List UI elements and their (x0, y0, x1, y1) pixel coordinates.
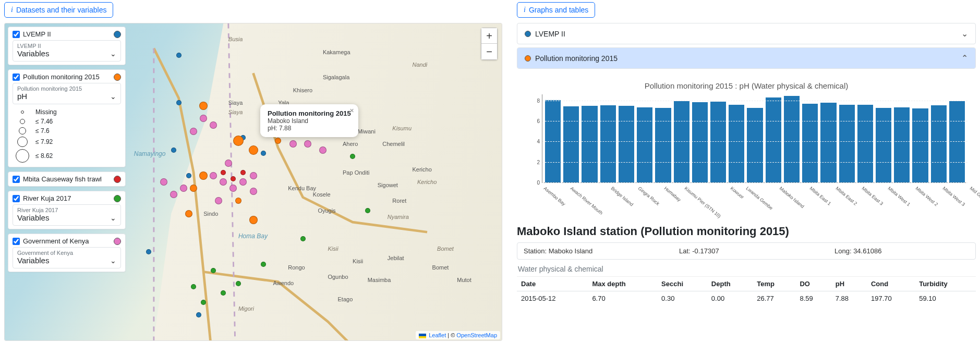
map-data-point[interactable] (220, 178, 227, 186)
graphs-header-button[interactable]: i Graphs and tables (517, 2, 595, 18)
zoom-out-button[interactable]: − (481, 44, 497, 59)
datasets-header-button[interactable]: i Datasets and their variables (4, 2, 113, 18)
chart-bar[interactable] (619, 106, 634, 182)
map-data-point[interactable] (289, 140, 297, 148)
map-data-point[interactable] (190, 128, 197, 135)
table-cell: 8.59 (795, 291, 831, 306)
zoom-in-button[interactable]: + (481, 28, 497, 44)
popup-value: pH: 7.88 (268, 125, 351, 132)
map-data-point[interactable] (319, 146, 326, 154)
map-data-point[interactable] (229, 185, 237, 192)
chart-bar[interactable] (912, 108, 928, 182)
map-data-point[interactable] (365, 208, 370, 213)
chart-bar[interactable] (857, 105, 873, 182)
datasets-sidebar[interactable]: LVEMP II LVEMP II Variables⌄ Pollution m… (8, 27, 128, 276)
map-data-point[interactable] (185, 210, 192, 217)
map-data-point[interactable] (201, 300, 206, 305)
map-data-point[interactable] (190, 185, 197, 192)
accordion-header[interactable]: Pollution monitoring 2015 ⌃ (517, 48, 975, 68)
map-data-point[interactable] (196, 312, 201, 317)
chart-bar[interactable] (876, 108, 891, 182)
map-data-point[interactable] (236, 281, 241, 286)
map-data-point[interactable] (170, 191, 177, 198)
map-data-point[interactable] (239, 178, 247, 186)
osm-link[interactable]: OpenStreetMap (456, 332, 497, 338)
table-cell: 2015-05-12 (517, 291, 588, 306)
datasets-accordion: LVEMP II ⌄ Pollution monitoring 2015 ⌃ (517, 23, 976, 72)
map-data-point[interactable] (250, 172, 257, 179)
chart-bar[interactable] (729, 105, 744, 182)
accordion-header[interactable]: LVEMP II ⌄ (517, 23, 975, 44)
map-data-point[interactable] (199, 102, 208, 110)
chart-bar[interactable] (802, 104, 818, 182)
dataset-color-dot (114, 195, 121, 202)
map-data-point[interactable] (240, 170, 246, 175)
chart-bar[interactable] (692, 102, 708, 182)
map-data-point[interactable] (146, 249, 151, 254)
map-data-point[interactable] (210, 121, 217, 129)
map-place-label: Homa Bay (238, 232, 268, 240)
map-data-point[interactable] (249, 145, 258, 155)
dataset-checkbox[interactable] (13, 176, 20, 183)
chart-bar[interactable] (582, 106, 597, 182)
map-data-point[interactable] (261, 262, 266, 267)
variable-selector[interactable]: River Kuja 2017 Variables⌄ (13, 204, 121, 226)
map-data-point[interactable] (300, 236, 306, 241)
chart-bar[interactable] (931, 105, 947, 182)
zoom-control: + − (481, 28, 498, 60)
chevron-down-icon: ⌄ (110, 214, 116, 222)
map-data-point[interactable] (200, 115, 207, 122)
variable-selector[interactable]: Pollution monitoring 2015 pH⌄ (13, 83, 121, 104)
map-data-point[interactable] (350, 154, 355, 159)
variable-selector[interactable]: Government of Kenya Variables⌄ (13, 247, 121, 268)
map-data-point[interactable] (250, 188, 257, 195)
chart-ytick: 6 (537, 118, 542, 124)
map-data-point[interactable] (171, 148, 176, 153)
map-data-point[interactable] (186, 173, 191, 178)
map-data-point[interactable] (249, 216, 258, 224)
chart-bar[interactable] (820, 103, 836, 182)
chevron-down-icon: ⌄ (110, 50, 116, 58)
chart-bar[interactable] (600, 105, 616, 182)
chart-bar[interactable] (655, 108, 671, 182)
dataset-color-dot (525, 55, 531, 62)
leaflet-link[interactable]: Leaflet (429, 332, 446, 338)
chart-bar[interactable] (766, 97, 781, 182)
dataset-name: River Kuja 2017 (23, 194, 111, 202)
map-data-point[interactable] (160, 178, 167, 186)
dataset-checkbox[interactable] (13, 238, 20, 245)
map-data-point[interactable] (275, 138, 281, 144)
map-data-point[interactable] (176, 100, 182, 105)
chart-bar[interactable] (894, 107, 910, 182)
map-data-point[interactable] (210, 172, 217, 179)
map-data-point[interactable] (180, 185, 187, 192)
chart-bar[interactable] (839, 105, 855, 182)
map-data-point[interactable] (199, 172, 208, 180)
dataset-checkbox[interactable] (13, 74, 20, 81)
station-table-wrap[interactable]: DateMax depthSecchiDepthTempDOpHCondTurb… (517, 276, 976, 305)
map-data-point[interactable] (221, 170, 226, 175)
dataset-name: LVEMP II (23, 30, 111, 38)
popup-close-icon[interactable]: × (349, 106, 354, 115)
map-data-point[interactable] (215, 197, 222, 204)
legend-circle (17, 137, 28, 147)
chart-plot-area[interactable]: 02468 (542, 94, 967, 183)
map-data-point[interactable] (211, 268, 216, 273)
map-data-point[interactable] (221, 290, 226, 296)
chart-bar[interactable] (563, 106, 579, 182)
map-data-point[interactable] (233, 136, 244, 146)
chart-bar[interactable] (747, 108, 763, 182)
map-data-point[interactable] (191, 284, 196, 289)
map-data-point[interactable] (231, 176, 236, 181)
map-data-point[interactable] (176, 53, 182, 58)
map-data-point[interactable] (235, 198, 241, 204)
variable-selector[interactable]: LVEMP II Variables⌄ (13, 40, 121, 62)
map-data-point[interactable] (225, 160, 232, 167)
dataset-checkbox[interactable] (13, 31, 20, 38)
chart-bar[interactable] (637, 107, 652, 182)
table-header-cell: Turbidity (915, 277, 976, 291)
map-data-point[interactable] (261, 151, 266, 156)
dataset-checkbox[interactable] (13, 195, 20, 202)
chart-bar[interactable] (784, 96, 800, 182)
legend-label: ≤ 8.62 (35, 152, 53, 160)
